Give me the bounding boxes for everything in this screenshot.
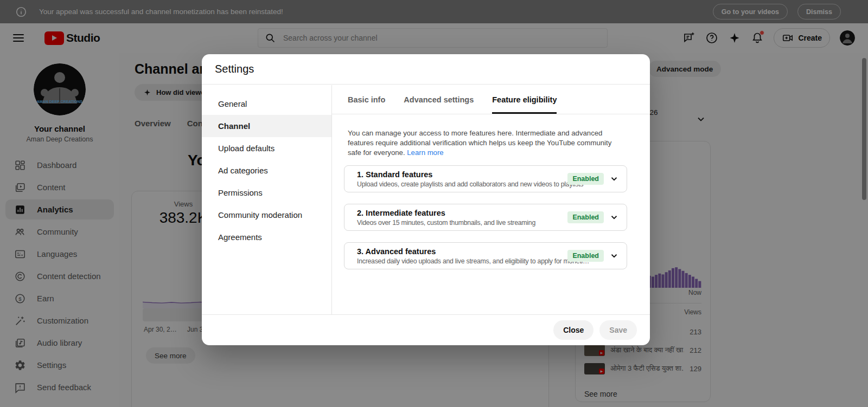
chevron-down-icon[interactable] — [609, 212, 619, 222]
advanced-features-card[interactable]: 3. Advanced features Increased daily vid… — [344, 242, 627, 269]
feature-title: 3. Advanced features — [357, 247, 561, 256]
status-badge: Enabled — [567, 250, 604, 262]
intermediate-features-card[interactable]: 2. Intermediate features Videos over 15 … — [344, 204, 627, 231]
tab-feature-eligibility[interactable]: Feature eligibility — [492, 85, 557, 114]
settings-nav-community-moderation[interactable]: Community moderation — [202, 204, 331, 226]
settings-title: Settings — [215, 63, 254, 75]
tab-basic-info[interactable]: Basic info — [348, 85, 385, 114]
settings-dialog-header: Settings — [202, 54, 650, 85]
settings-dialog-footer: Close Save — [202, 314, 650, 345]
channel-settings-tabs: Basic info Advanced settings Feature eli… — [332, 85, 650, 114]
chevron-down-icon[interactable] — [609, 251, 619, 261]
settings-nav: General Channel Upload defaults Ad categ… — [202, 85, 332, 314]
settings-nav-permissions[interactable]: Permissions — [202, 182, 331, 204]
feature-title: 2. Intermediate features — [357, 209, 561, 217]
settings-content: Basic info Advanced settings Feature eli… — [332, 85, 650, 314]
feature-eligibility-intro: You can manage your access to more featu… — [348, 128, 622, 158]
settings-nav-ad-categories[interactable]: Ad categories — [202, 159, 331, 182]
feature-description: Upload videos, create playlists and add … — [357, 180, 561, 188]
chevron-down-icon[interactable] — [609, 174, 619, 184]
status-badge: Enabled — [567, 211, 604, 223]
intro-text: You can manage your access to more featu… — [348, 129, 611, 157]
save-button[interactable]: Save — [599, 320, 637, 340]
close-button[interactable]: Close — [553, 320, 593, 340]
feature-description: Increased daily video uploads and live s… — [357, 257, 561, 265]
tab-advanced-settings[interactable]: Advanced settings — [404, 85, 474, 114]
status-badge: Enabled — [567, 173, 604, 185]
settings-nav-upload-defaults[interactable]: Upload defaults — [202, 137, 331, 159]
standard-features-card[interactable]: 1. Standard features Upload videos, crea… — [344, 165, 627, 192]
settings-dialog: Settings General Channel Upload defaults… — [202, 54, 650, 345]
feature-title: 1. Standard features — [357, 170, 561, 179]
learn-more-link[interactable]: Learn more — [407, 148, 443, 157]
settings-nav-channel[interactable]: Channel — [202, 115, 331, 137]
settings-nav-general[interactable]: General — [202, 93, 331, 115]
settings-nav-agreements[interactable]: Agreements — [202, 226, 331, 248]
feature-description: Videos over 15 minutes, custom thumbnail… — [357, 219, 561, 227]
